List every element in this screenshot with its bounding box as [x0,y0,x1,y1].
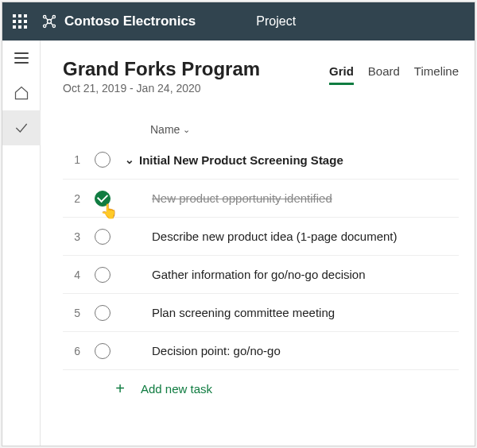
tab-grid[interactable]: Grid [329,64,354,85]
row-number: 2 [63,192,80,205]
task-row[interactable]: 1 ⌄ Initial New Product Screening Stage [63,141,459,179]
home-icon [14,85,29,101]
row-number: 1 [63,153,80,166]
pointer-cursor-icon: 👆 [100,203,118,220]
svg-point-1 [44,16,46,18]
task-name[interactable]: ⌄ Initial New Product Screening Stage [125,153,459,167]
task-row[interactable]: 3 Describe new product idea (1-page docu… [63,217,459,255]
project-date-range: Oct 21, 2019 - Jan 24, 2020 [63,82,260,95]
row-number: 5 [63,307,80,319]
tab-timeline[interactable]: Timeline [414,64,459,85]
column-header-name[interactable]: Name ⌄ [63,123,459,136]
task-name[interactable]: Gather information for go/no-go decision [125,268,459,281]
task-row[interactable]: 5 Plan screening committee meeting [63,293,459,331]
task-status-circle[interactable] [95,343,111,359]
svg-line-6 [51,18,52,20]
task-name[interactable]: Plan screening committee meeting [125,306,459,319]
task-name[interactable]: New product opportunity identified [125,191,459,205]
row-number: 3 [63,230,80,243]
checkmark-icon [14,120,29,136]
add-task-label: Add new task [141,382,212,396]
org-brand[interactable]: Contoso Electronics [41,13,196,30]
svg-point-3 [44,25,46,27]
svg-line-8 [51,23,52,25]
row-number: 4 [63,268,80,281]
task-status-circle[interactable] [95,267,111,283]
task-list: 1 ⌄ Initial New Product Screening Stage … [63,141,459,407]
org-name: Contoso Electronics [64,14,196,29]
plus-icon: + [112,381,128,397]
task-name[interactable]: Describe new product idea (1-page docume… [125,230,459,243]
row-number: 6 [63,345,80,357]
task-row[interactable]: 4 Gather information for go/no-go decisi… [63,255,459,293]
task-status-circle[interactable] [95,152,111,168]
task-row[interactable]: 2 👆 New product opportunity identified [63,179,459,217]
add-task-row[interactable]: + Add new task [63,369,459,407]
task-row[interactable]: 6 Decision point: go/no-go [63,331,459,369]
org-logo-icon [41,13,58,30]
svg-line-7 [46,23,48,25]
nav-menu-button[interactable] [2,41,41,75]
nav-tasks-button[interactable] [2,110,41,145]
hamburger-icon [14,52,29,64]
tab-board[interactable]: Board [368,64,400,85]
left-nav [2,41,41,446]
svg-point-4 [52,25,55,27]
chevron-down-icon: ⌄ [183,125,190,135]
collapse-icon[interactable]: ⌄ [125,153,134,166]
project-title: Grand Forks Program [63,58,260,80]
app-launcher-icon[interactable] [10,12,29,31]
task-status-circle[interactable] [95,305,111,321]
app-name[interactable]: Project [256,14,296,29]
view-tabs: Grid Board Timeline [329,64,459,85]
task-status-circle[interactable] [95,229,111,245]
nav-home-button[interactable] [2,75,41,110]
task-name[interactable]: Decision point: go/no-go [125,344,459,357]
svg-point-2 [52,16,55,18]
app-header: Contoso Electronics Project [2,2,475,41]
task-status-circle[interactable]: 👆 [95,191,111,207]
svg-line-5 [46,18,48,20]
